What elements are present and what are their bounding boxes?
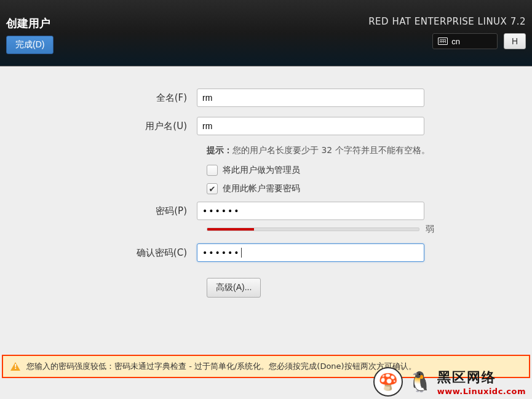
- admin-checkbox-label: 将此用户做为管理员: [223, 165, 300, 176]
- help-button[interactable]: H: [504, 33, 526, 49]
- warning-text: 您输入的密码强度较低：密码未通过字典检查 - 过于简单化/系统化。您必须按完成(…: [26, 361, 416, 372]
- content: 全名(F) 用户名(U) 提示：您的用户名长度要少于 32 个字符并且不能有空格…: [0, 66, 532, 298]
- fullname-label: 全名(F): [18, 92, 197, 104]
- watermark-site-name: 黑区网络: [437, 368, 526, 387]
- password-input[interactable]: ••••••: [197, 202, 424, 220]
- require-password-checkbox[interactable]: [207, 183, 218, 194]
- watermark-logo-icon: 🍄: [373, 367, 403, 397]
- password-strength-text: 弱: [426, 224, 434, 235]
- password-label: 密码(P): [18, 205, 197, 217]
- watermark: 🍄 🐧 黑区网络 www.Linuxidc.com: [373, 367, 526, 397]
- password-strength-fill: [207, 228, 254, 231]
- topbar: 创建用户 完成(D) RED HAT ENTERPRISE LINUX 7.2 …: [0, 0, 532, 66]
- keyboard-icon: [438, 38, 448, 45]
- fullname-input[interactable]: [197, 89, 424, 107]
- keyboard-layout-button[interactable]: cn: [432, 33, 498, 49]
- username-hint: 提示：您的用户名长度要少于 32 个字符并且不能有空格。: [207, 145, 514, 156]
- password-strength-bar: [207, 227, 419, 231]
- penguin-icon: 🐧: [408, 370, 432, 393]
- keyboard-layout-label: cn: [451, 37, 460, 46]
- admin-checkbox[interactable]: [207, 165, 218, 176]
- os-label: RED HAT ENTERPRISE LINUX 7.2: [368, 16, 526, 27]
- hint-text: 您的用户名长度要少于 32 个字符并且不能有空格。: [232, 145, 430, 155]
- page-title: 创建用户: [6, 16, 54, 31]
- confirm-password-label: 确认密码(C): [18, 247, 197, 259]
- username-input[interactable]: [197, 117, 424, 135]
- done-button[interactable]: 完成(D): [6, 36, 54, 54]
- advanced-button[interactable]: 高级(A)...: [207, 278, 261, 298]
- username-label: 用户名(U): [18, 120, 197, 132]
- confirm-password-input[interactable]: ••••••: [197, 243, 424, 262]
- watermark-site-url: www.Linuxidc.com: [437, 387, 526, 396]
- hint-label: 提示：: [207, 145, 232, 155]
- require-password-label: 使用此帐户需要密码: [223, 183, 300, 194]
- warning-icon: [10, 362, 20, 371]
